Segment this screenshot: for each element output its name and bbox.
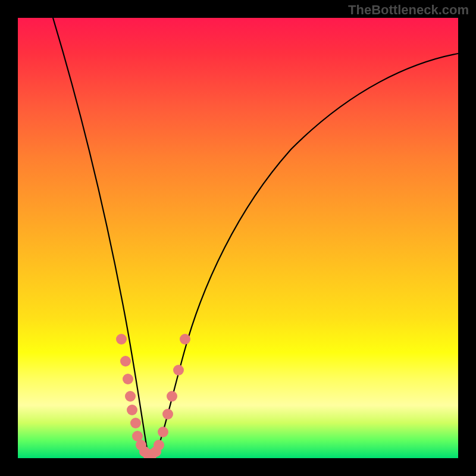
svg-point-3 bbox=[125, 391, 136, 402]
svg-point-0 bbox=[116, 334, 127, 345]
svg-point-17 bbox=[180, 334, 190, 345]
svg-point-12 bbox=[154, 440, 164, 450]
svg-point-2 bbox=[123, 374, 133, 384]
svg-point-16 bbox=[173, 365, 184, 375]
chart-container: TheBottleneck.com bbox=[0, 0, 476, 476]
v-curve bbox=[53, 18, 458, 457]
svg-point-14 bbox=[162, 409, 173, 419]
marker-group bbox=[116, 334, 190, 458]
plot-area bbox=[18, 18, 458, 458]
svg-point-13 bbox=[158, 427, 168, 437]
svg-point-5 bbox=[130, 418, 141, 428]
svg-point-1 bbox=[120, 356, 131, 367]
svg-point-15 bbox=[167, 391, 177, 402]
curve-layer bbox=[18, 18, 458, 458]
watermark-text: TheBottleneck.com bbox=[348, 2, 469, 18]
svg-point-4 bbox=[127, 405, 137, 415]
